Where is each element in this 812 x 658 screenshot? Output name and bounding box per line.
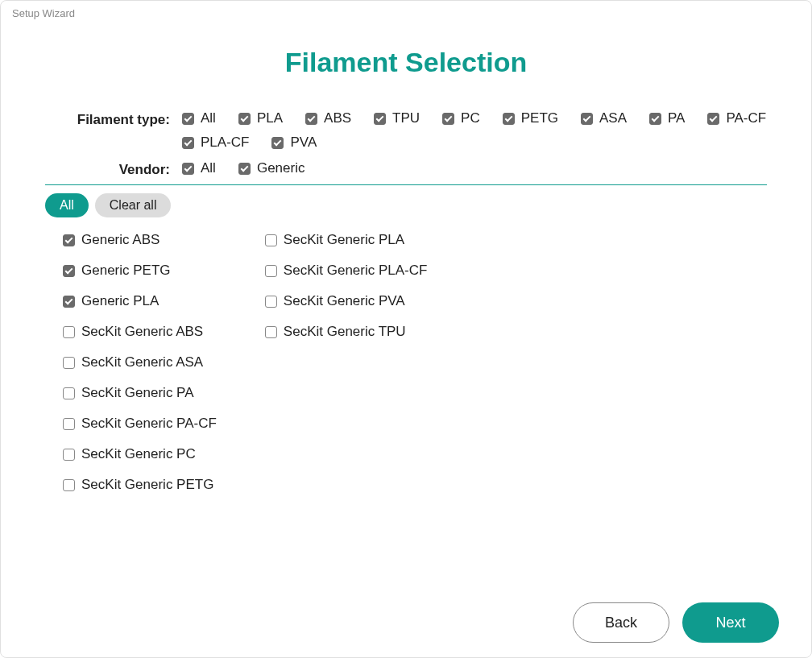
filament-type-option-1-checkbox[interactable] [238,113,251,125]
filament-item-col1-3: SecKit Generic ABS [63,324,217,340]
filament-item-col1-3-label[interactable]: SecKit Generic ABS [81,324,203,340]
filament-type-option-10-label[interactable]: PVA [290,134,317,151]
filament-item-col1-7-checkbox[interactable] [63,449,75,461]
filament-item-col1-5: SecKit Generic PA [63,385,217,401]
filament-lists: Generic ABSGeneric PETGGeneric PLASecKit… [45,232,767,493]
filament-type-option-3-label[interactable]: TPU [392,110,420,126]
vendor-row: Vendor: AllGeneric [45,160,767,178]
filament-type-option-6-checkbox[interactable] [581,113,593,125]
back-button[interactable]: Back [573,602,669,643]
filament-item-col1-2: Generic PLA [63,293,217,309]
filament-type-option-1: PLA [238,110,283,126]
filament-type-option-9: PLA-CF [182,134,249,151]
filament-type-option-4-checkbox[interactable] [442,113,454,125]
filament-item-col1-4: SecKit Generic ASA [63,354,217,370]
filament-item-col1-7: SecKit Generic PC [63,446,217,462]
filament-item-col1-2-checkbox[interactable] [63,296,75,308]
filament-type-option-2: ABS [305,110,351,126]
filament-type-option-6-label[interactable]: ASA [599,110,627,126]
next-button[interactable]: Next [682,602,779,643]
select-all-button[interactable]: All [45,193,89,217]
filament-type-option-4: PC [442,110,480,126]
filament-type-row: Filament type: AllPLAABSTPUPCPETGASAPAPA… [45,110,767,151]
filament-item-col2-1-label[interactable]: SecKit Generic PLA-CF [284,263,428,279]
filament-item-col1-2-label[interactable]: Generic PLA [81,293,159,309]
divider [45,184,767,185]
filament-item-col2-3-label[interactable]: SecKit Generic TPU [284,324,406,340]
filament-type-option-10: PVA [271,134,317,151]
filament-item-col2-2: SecKit Generic PVA [265,293,428,309]
filament-item-col2-1-checkbox[interactable] [265,265,277,277]
filament-type-label: Filament type: [45,110,182,128]
selection-button-row: All Clear all [45,193,767,217]
filament-item-col1-8-label[interactable]: SecKit Generic PETG [81,477,213,493]
filament-type-option-9-label[interactable]: PLA-CF [201,134,249,151]
filament-type-option-0-checkbox[interactable] [182,113,194,125]
filament-type-option-3: TPU [374,110,420,126]
filament-item-col1-4-checkbox[interactable] [63,357,75,369]
filament-item-col1-7-label[interactable]: SecKit Generic PC [81,446,196,462]
filament-type-option-5-checkbox[interactable] [503,113,515,125]
filament-type-option-9-checkbox[interactable] [182,137,194,149]
filament-type-option-1-label[interactable]: PLA [257,110,283,126]
filament-item-col1-8-checkbox[interactable] [63,479,75,491]
filament-type-option-5: PETG [503,110,558,126]
filament-item-col1-0: Generic ABS [63,232,217,248]
vendor-option-1: Generic [238,160,305,176]
vendor-option-1-label[interactable]: Generic [257,160,305,176]
vendor-option-0-checkbox[interactable] [182,163,194,175]
filament-type-options: AllPLAABSTPUPCPETGASAPAPA-CFPLA-CFPVA [182,110,767,151]
filament-item-col2-1: SecKit Generic PLA-CF [265,263,428,279]
filament-type-option-7-label[interactable]: PA [668,110,685,126]
vendor-option-0-label[interactable]: All [201,160,216,176]
vendor-label: Vendor: [45,160,182,178]
filament-type-option-7: PA [649,110,685,126]
filament-type-option-6: ASA [581,110,627,126]
filament-item-col2-0-label[interactable]: SecKit Generic PLA [284,232,404,248]
filament-item-col2-2-label[interactable]: SecKit Generic PVA [284,293,405,309]
filament-type-option-0-label[interactable]: All [201,110,216,126]
filament-type-option-5-label[interactable]: PETG [521,110,558,126]
filament-type-option-0: All [182,110,216,126]
filament-type-option-8: PA-CF [707,110,766,126]
filament-type-option-8-label[interactable]: PA-CF [726,110,766,126]
vendor-option-1-checkbox[interactable] [238,163,251,175]
filament-type-option-2-label[interactable]: ABS [324,110,351,126]
vendor-option-0: All [182,160,216,176]
filament-item-col1-1-checkbox[interactable] [63,265,75,277]
filament-type-option-7-checkbox[interactable] [649,113,661,125]
filament-item-col1-5-label[interactable]: SecKit Generic PA [81,385,194,401]
filament-item-col2-0: SecKit Generic PLA [265,232,428,248]
filament-item-col1-0-checkbox[interactable] [63,234,75,246]
filament-type-option-4-label[interactable]: PC [461,110,480,126]
filament-type-option-2-checkbox[interactable] [305,113,317,125]
window-title: Setup Wizard [1,1,811,23]
filament-column-1: Generic ABSGeneric PETGGeneric PLASecKit… [63,232,217,493]
filament-item-col1-1: Generic PETG [63,263,217,279]
filament-item-col2-0-checkbox[interactable] [265,234,277,246]
filament-item-col1-6: SecKit Generic PA-CF [63,416,217,432]
filament-item-col1-5-checkbox[interactable] [63,387,75,399]
filament-type-option-8-checkbox[interactable] [707,113,719,125]
vendor-options: AllGeneric [182,160,304,176]
filament-type-option-3-checkbox[interactable] [374,113,386,125]
page-heading: Filament Selection [1,47,811,78]
filament-item-col1-6-label[interactable]: SecKit Generic PA-CF [81,416,217,432]
filament-item-col1-0-label[interactable]: Generic ABS [81,232,160,248]
filament-item-col1-6-checkbox[interactable] [63,418,75,430]
filament-item-col1-8: SecKit Generic PETG [63,477,217,493]
clear-all-button[interactable]: Clear all [95,193,172,217]
footer-nav: Back Next [573,602,779,643]
filament-item-col2-3: SecKit Generic TPU [265,324,428,340]
filament-item-col2-2-checkbox[interactable] [265,296,277,308]
filament-type-option-10-checkbox[interactable] [271,137,284,149]
filament-item-col1-4-label[interactable]: SecKit Generic ASA [81,354,203,370]
filament-item-col1-1-label[interactable]: Generic PETG [81,263,171,279]
filament-column-2: SecKit Generic PLASecKit Generic PLA-CFS… [265,232,428,493]
filament-item-col2-3-checkbox[interactable] [265,326,277,338]
filament-item-col1-3-checkbox[interactable] [63,326,75,338]
